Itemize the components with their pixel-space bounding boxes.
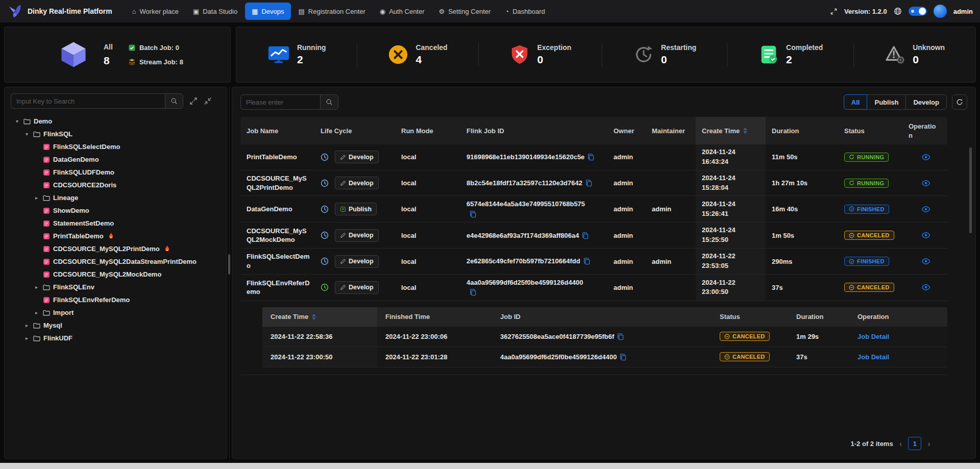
publish-button[interactable]: Publish [335, 203, 377, 215]
tree-item[interactable]: CDCSOURCE_MySQL2DataStreamPrintDemo [11, 255, 220, 268]
tree-item[interactable]: ▾ FlinkSQL [11, 128, 220, 140]
eye-icon[interactable] [921, 231, 930, 240]
table-row[interactable]: FlinkSQLSelectDemo Develop local [240, 249, 947, 275]
nav-auth-center[interactable]: ◉Auth Center [373, 3, 431, 20]
filter-develop-button[interactable]: Develop [905, 94, 947, 110]
sidebar-resize-divider[interactable] [227, 87, 232, 459]
table-row[interactable]: DataGenDemo Publish local [240, 196, 947, 223]
tree-item[interactable]: ▸ Mysql [11, 319, 220, 332]
job-name[interactable]: FlinkSQLSelectDemo [240, 249, 314, 274]
tree-item[interactable]: StatementSetDemo [11, 217, 220, 230]
develop-button[interactable]: Develop [335, 151, 379, 163]
button-label: Develop [349, 180, 374, 187]
table-row[interactable]: CDCSOURCE_MySQL2MockDemo Develop loca [240, 223, 947, 249]
scrollbar-thumb[interactable] [969, 147, 972, 233]
expand-all-icon[interactable] [189, 97, 198, 105]
sort-icons[interactable] [743, 128, 747, 134]
develop-button[interactable]: Develop [335, 229, 379, 242]
caret-icon[interactable]: ▾ [14, 118, 20, 124]
copy-icon[interactable] [617, 333, 624, 340]
duration: 16m 40s [766, 196, 838, 222]
job-name[interactable]: CDCSOURCE_MySQL2MockDemo [240, 223, 314, 248]
tree-item[interactable]: ShowDemo [11, 204, 220, 217]
caret-icon[interactable]: ▸ [23, 323, 30, 328]
caret-icon[interactable]: ▸ [33, 310, 40, 315]
nav-setting-center[interactable]: ⚙Setting Center [432, 3, 498, 20]
table-search-button[interactable] [320, 94, 338, 110]
theme-toggle[interactable] [909, 7, 927, 16]
job-name[interactable]: DataGenDemo [240, 196, 314, 222]
develop-button[interactable]: Develop [335, 177, 379, 189]
tree-item[interactable]: ▸ FlinkUDF [11, 332, 220, 344]
subtable-row[interactable]: 2024-11-22 23:00:50 2024-11-22 23:01:28 … [262, 347, 947, 367]
tree-item[interactable]: ▸ FlinkSQLEnv [11, 281, 220, 293]
divider-handle[interactable] [228, 254, 230, 275]
filter-publish-button[interactable]: Publish [867, 94, 906, 110]
globe-icon[interactable] [894, 7, 902, 15]
caret-icon[interactable]: ▸ [33, 195, 40, 201]
nav-devops[interactable]: ▦Devops [245, 3, 290, 20]
job-name[interactable]: PrintTableDemo [240, 144, 314, 170]
job-detail-link[interactable]: Job Detail [857, 333, 889, 340]
nav-registration-center[interactable]: ▤Registration Center [292, 3, 372, 20]
tree-item[interactable]: ▾ Demo [11, 115, 220, 128]
copy-icon[interactable] [583, 257, 591, 265]
filter-all-button[interactable]: All [844, 94, 868, 110]
avatar[interactable] [934, 5, 947, 18]
nav-data-studio[interactable]: ▣Data Studio [186, 3, 244, 20]
copy-icon[interactable] [619, 353, 627, 361]
refresh-button[interactable] [952, 94, 967, 110]
tree-item[interactable]: FlinkSQLSelectDemo [11, 140, 220, 153]
collapse-all-icon[interactable] [204, 97, 212, 105]
eye-icon[interactable] [921, 205, 930, 214]
tree-item[interactable]: DataGenDemo [11, 153, 220, 166]
restarting-stat: Restarting0 [633, 43, 696, 66]
tree-item[interactable]: PrintTableDemo [11, 230, 220, 242]
tree-item[interactable]: CDCSOURCE_MySQL2PrintDemo [11, 242, 220, 255]
prev-page-icon[interactable]: ‹ [899, 439, 902, 448]
tree-item[interactable]: ▸ Lineage [11, 191, 220, 204]
lifecycle-clock-icon [321, 179, 329, 187]
table-row[interactable]: PrintTableDemo Develop local [240, 144, 947, 170]
copy-icon[interactable] [581, 232, 589, 239]
develop-button[interactable]: Develop [335, 255, 379, 268]
sort-icons[interactable] [312, 314, 316, 320]
develop-button[interactable]: Develop [335, 281, 379, 294]
job-name[interactable]: CDCSOURCE_MySQL2PrintDemo [240, 170, 314, 196]
canceled-label: Canceled [415, 43, 447, 52]
copy-icon[interactable] [587, 153, 595, 161]
caret-icon[interactable]: ▾ [23, 131, 30, 137]
subtable-row[interactable]: 2024-11-22 22:58:36 2024-11-22 23:00:06 … [262, 327, 947, 347]
next-page-icon[interactable]: › [927, 439, 930, 448]
eye-icon[interactable] [921, 257, 930, 266]
tree-item[interactable]: CDCSOURCE2Doris [11, 179, 220, 191]
completed-label: Completed [786, 43, 823, 52]
table-search-input[interactable] [240, 94, 320, 110]
tree-item[interactable]: FlinkSQLUDFDemo [11, 166, 220, 179]
nav-worker-place[interactable]: ⌂Worker place [126, 3, 185, 20]
sidebar-search-input[interactable] [11, 93, 165, 109]
nav-label: Data Studio [203, 8, 237, 15]
sidebar-search-button[interactable] [165, 93, 183, 109]
tree-item[interactable]: FlinkSQLEnvReferDemo [11, 293, 220, 306]
eye-icon[interactable] [921, 283, 930, 292]
caret-icon[interactable]: ▸ [23, 335, 30, 341]
job-detail-link[interactable]: Job Detail [857, 353, 889, 361]
copy-icon[interactable] [469, 288, 477, 296]
eye-icon[interactable] [921, 153, 930, 162]
table-row[interactable]: FlinkSQLEnvReferDemo Develop local [240, 275, 947, 301]
copy-icon[interactable] [585, 179, 593, 187]
caret-icon[interactable]: ▸ [33, 284, 40, 290]
tree-item[interactable]: CDCSOURCE_MySQL2MockDemo [11, 268, 220, 281]
nav-dashboard[interactable]: ◔Dashboard [498, 3, 551, 20]
eye-icon[interactable] [921, 179, 930, 188]
page-number-button[interactable]: 1 [908, 437, 921, 450]
fullscreen-icon[interactable] [830, 8, 838, 15]
table-row[interactable]: CDCSOURCE_MySQL2PrintDemo Develop loc [240, 170, 947, 196]
job-name[interactable]: FlinkSQLEnvReferDemo [240, 275, 314, 301]
copy-icon[interactable] [469, 210, 477, 218]
col-create-time[interactable]: Create Time [696, 117, 766, 144]
subcol-create-time[interactable]: Create Time [262, 307, 377, 327]
create-date: 2024-11-24 [702, 226, 736, 235]
tree-item[interactable]: ▸ Import [11, 306, 220, 319]
